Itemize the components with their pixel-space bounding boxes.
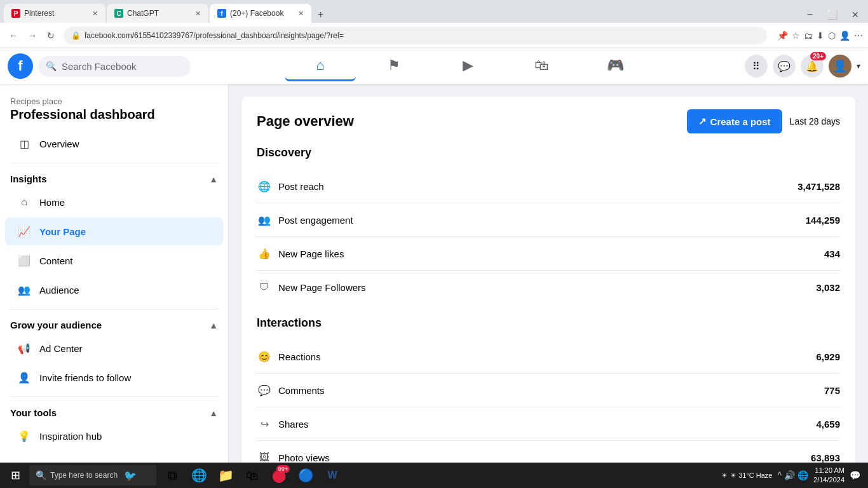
metric-post-engagement: 👥 Post engagement 144,259	[257, 203, 840, 237]
taskbar-task-view[interactable]: ⧉	[160, 464, 184, 487]
profile-avatar[interactable]: 👤	[829, 55, 851, 78]
sidebar-item-inspiration-hub[interactable]: 💡 Inspiration hub	[5, 422, 223, 450]
network-icon[interactable]: 🌐	[797, 470, 808, 480]
sidebar-toggle-icon[interactable]: ⬡	[828, 30, 836, 41]
metric-new-page-followers: 🛡 New Page Followers 3,032	[257, 271, 840, 304]
tab-pinterest-title: Pinterest	[24, 9, 88, 18]
sidebar-item-ad-center[interactable]: 📢 Ad Center	[5, 334, 223, 362]
reactions-value: 6,929	[816, 351, 840, 362]
profile-icon-addr[interactable]: 👤	[839, 30, 850, 41]
tab-pinterest-close[interactable]: ✕	[92, 10, 98, 18]
create-post-button[interactable]: ↗ Create a post	[687, 109, 782, 133]
new-page-followers-label: New Page Followers	[278, 282, 366, 293]
sidebar-item-audience[interactable]: 👥 Audience	[5, 276, 223, 304]
weather-display[interactable]: ☀ ☀ 31°C Haze	[721, 471, 772, 480]
sidebar-item-content[interactable]: ⬜ Content	[5, 247, 223, 274]
grow-toggle[interactable]: ▲	[209, 320, 218, 330]
system-tray-icons: ^ 🔊 🌐	[777, 470, 808, 480]
collection-icon[interactable]: 🗂	[804, 30, 813, 41]
audience-icon: 👥	[15, 281, 33, 299]
nav-gaming[interactable]: 🎮	[580, 51, 651, 81]
metric-reactions: 😊 Reactions 6,929	[257, 340, 840, 374]
taskbar-store[interactable]: 🛍	[240, 464, 264, 487]
taskbar-search-bar[interactable]: 🔍 Type here to search 🐦	[29, 465, 156, 485]
taskbar-file-explorer[interactable]: 📁	[214, 464, 238, 487]
metric-left: 😊 Reactions	[257, 349, 321, 364]
metric-left: 🌐 Post reach	[257, 179, 324, 194]
restore-button[interactable]: ⬜	[822, 10, 843, 20]
inspiration-hub-icon: 💡	[15, 427, 33, 445]
url-text: facebook.com/61554102339767/professional…	[85, 31, 759, 40]
messenger-button[interactable]: 💬	[773, 55, 796, 78]
tools-title: Your tools	[10, 407, 57, 418]
metric-left: ↪ Shares	[257, 416, 309, 431]
insights-title: Insights	[10, 173, 47, 184]
grid-icon-button[interactable]: ⠿	[745, 55, 768, 78]
taskbar-chrome[interactable]: 🔵	[294, 464, 318, 487]
tools-toggle[interactable]: ▲	[209, 408, 218, 418]
taskbar-search-icon: 🔍	[36, 470, 46, 480]
account-chevron[interactable]: ▾	[857, 62, 860, 71]
new-page-likes-value: 434	[824, 248, 840, 259]
task-view-icon: ⧉	[168, 468, 177, 483]
notifications-button[interactable]: 🔔 20+	[801, 55, 824, 78]
notification-center-icon[interactable]: 💬	[850, 470, 860, 480]
back-button[interactable]: ←	[5, 28, 22, 43]
weather-icon: ☀	[721, 471, 728, 480]
sidebar: Recipes place Professional dashboard ◫ O…	[0, 84, 229, 488]
nav-watch[interactable]: ▶	[432, 51, 503, 81]
invite-friends-icon: 👤	[15, 369, 33, 386]
windows-icon: ⊞	[11, 468, 20, 482]
taskbar-edge[interactable]: 🌐	[187, 464, 211, 487]
discovery-heading: Discovery	[257, 146, 840, 159]
download-icon[interactable]: ⬇	[817, 30, 824, 41]
search-bar[interactable]: 🔍	[38, 56, 191, 77]
browser-menu-icon[interactable]: ⋯	[854, 30, 863, 41]
sidebar-item-invite-friends[interactable]: 👤 Invite friends to follow	[5, 363, 223, 391]
url-bar[interactable]: 🔒 facebook.com/61554102339767/profession…	[64, 27, 767, 44]
speaker-icon[interactable]: 🔊	[784, 470, 795, 480]
sidebar-item-overview[interactable]: ◫ Overview	[5, 130, 223, 158]
facebook-logo[interactable]: f	[8, 53, 33, 79]
taskbar-badge-app[interactable]: ⬤ 99+	[267, 464, 291, 487]
tab-pinterest[interactable]: P Pinterest ✕	[4, 4, 105, 23]
taskbar-search-text: Type here to search	[50, 471, 118, 480]
taskbar-word[interactable]: W	[320, 464, 344, 487]
new-page-likes-label: New Page likes	[278, 248, 344, 259]
nav-marketplace[interactable]: 🛍	[506, 51, 577, 81]
reload-button[interactable]: ↻	[43, 28, 58, 43]
create-post-icon: ↗	[698, 116, 707, 127]
tab-chatgpt-close[interactable]: ✕	[195, 10, 201, 18]
metric-left: 💬 Comments	[257, 383, 325, 398]
date-range: Last 28 days	[790, 116, 840, 126]
sidebar-item-home[interactable]: ⌂ Home	[5, 188, 223, 216]
start-button[interactable]: ⊞	[3, 464, 28, 487]
forward-button[interactable]: →	[24, 28, 41, 43]
tab-pin-icon[interactable]: 📌	[777, 30, 788, 41]
insights-toggle[interactable]: ▲	[209, 174, 218, 184]
shares-value: 4,659	[816, 419, 840, 430]
sidebar-item-your-page[interactable]: 📈 Your Page	[5, 217, 223, 245]
content-label: Content	[39, 255, 73, 266]
taskbar-apps: ⧉ 🌐 📁 🛍 ⬤ 99+ 🔵 W	[160, 464, 344, 487]
clock[interactable]: 11:20 AM 2/14/2024	[813, 466, 844, 485]
tab-chatgpt[interactable]: C ChatGPT ✕	[107, 4, 208, 23]
new-tab-button[interactable]: +	[313, 6, 329, 23]
chevron-up-icon[interactable]: ^	[777, 470, 782, 480]
home-label: Home	[39, 197, 65, 208]
minimize-button[interactable]: −	[802, 9, 818, 20]
nav-pages[interactable]: ⚑	[358, 51, 430, 81]
your-page-icon: 📈	[15, 222, 33, 240]
tab-facebook[interactable]: f (20+) Facebook ✕	[210, 4, 311, 23]
grow-title: Grow your audience	[10, 320, 102, 330]
discovery-metrics: 🌐 Post reach 3,471,528 👥 Post engagement…	[257, 170, 840, 304]
badge-count: 99+	[276, 465, 290, 473]
nav-home[interactable]: ⌂	[285, 51, 356, 81]
page-overview-title: Page overview	[257, 113, 354, 130]
close-button[interactable]: ✕	[846, 10, 864, 20]
search-input[interactable]	[62, 61, 183, 72]
word-icon: W	[327, 470, 337, 481]
bookmark-icon[interactable]: ☆	[792, 30, 800, 41]
metric-shares: ↪ Shares 4,659	[257, 407, 840, 441]
tab-facebook-close[interactable]: ✕	[298, 10, 304, 18]
